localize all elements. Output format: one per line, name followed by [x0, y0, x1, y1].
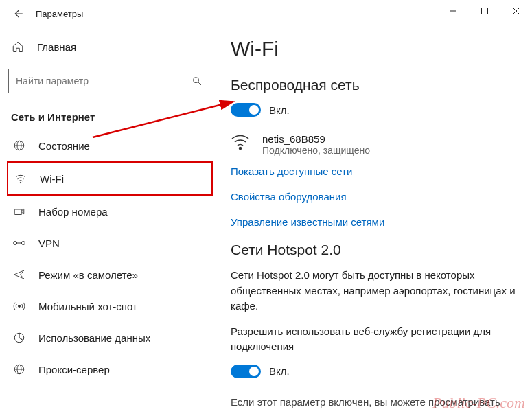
hotspot-section-title: Сети Hotspot 2.0 — [231, 242, 518, 258]
home-label: Главная — [37, 41, 76, 53]
sidebar-item-vpn[interactable]: VPN — [7, 227, 213, 259]
sidebar: Главная Сеть и Интернет Состояние Wi-Fi … — [0, 27, 220, 416]
sidebar-item-data-usage[interactable]: Использование данных — [7, 322, 213, 354]
link-known-networks[interactable]: Управление известными сетями — [231, 216, 518, 228]
maximize-button[interactable] — [469, 0, 500, 22]
hotspot-toggle[interactable] — [231, 365, 261, 378]
wifi-toggle[interactable] — [231, 103, 261, 117]
network-status: Подключено, защищено — [262, 145, 370, 156]
current-network[interactable]: netis_68B859 Подключено, защищено — [231, 133, 518, 156]
svg-point-9 — [20, 182, 21, 183]
sidebar-item-dialup[interactable]: Набор номера — [7, 196, 213, 227]
content-pane: Wi-Fi Беспроводная сеть Вкл. netis_68B85… — [220, 27, 532, 416]
svg-rect-1 — [482, 8, 488, 14]
proxy-icon — [12, 362, 26, 376]
data-usage-icon — [12, 331, 26, 345]
search-input[interactable] — [8, 69, 211, 93]
sidebar-item-label: Wi-Fi — [40, 173, 64, 185]
hotspot-description: Сети Hotspot 2.0 могут быть доступны в н… — [231, 268, 518, 314]
sidebar-item-label: Набор номера — [38, 206, 108, 218]
close-button[interactable] — [500, 0, 532, 22]
dialup-icon — [12, 205, 26, 218]
wireless-section-title: Беспроводная сеть — [231, 77, 518, 93]
sidebar-item-label: Использование данных — [38, 332, 150, 344]
link-show-networks[interactable]: Показать доступные сети — [231, 165, 518, 177]
svg-point-14 — [19, 305, 21, 308]
network-name: netis_68B859 — [262, 133, 370, 145]
hotspot-toggle-label: Вкл. — [269, 365, 290, 377]
sidebar-item-airplane[interactable]: Режим «в самолете» — [7, 259, 213, 290]
wifi-icon — [14, 172, 27, 185]
search-field[interactable] — [16, 76, 174, 86]
sidebar-item-label: Режим «в самолете» — [38, 269, 138, 281]
svg-point-12 — [21, 242, 25, 245]
sidebar-item-status[interactable]: Состояние — [7, 130, 213, 161]
minimize-button[interactable] — [437, 0, 469, 22]
window-title: Параметры — [36, 9, 83, 19]
link-hardware-properties[interactable]: Свойства оборудования — [231, 191, 518, 203]
sidebar-item-label: Мобильный хот-спот — [38, 301, 137, 312]
svg-rect-10 — [14, 209, 22, 215]
svg-point-4 — [194, 78, 199, 83]
sidebar-item-label: Прокси-сервер — [38, 364, 110, 375]
airplane-icon — [12, 268, 26, 281]
wifi-toggle-label: Вкл. — [269, 104, 290, 116]
globe-icon — [12, 139, 26, 152]
search-icon — [190, 74, 204, 88]
sidebar-item-label: Состояние — [38, 140, 90, 152]
sidebar-item-hotspot[interactable]: Мобильный хот-спот — [7, 290, 213, 322]
hotspot-icon — [12, 299, 26, 313]
home-icon — [11, 40, 25, 54]
wifi-signal-icon — [231, 133, 250, 150]
sidebar-section-title: Сеть и Интернет — [7, 96, 213, 130]
sidebar-item-proxy[interactable]: Прокси-сервер — [7, 354, 213, 385]
page-title: Wi-Fi — [231, 37, 518, 60]
svg-point-19 — [240, 148, 242, 150]
footer-text: Если этот параметр включен, вы можете пр… — [231, 395, 518, 411]
vpn-icon — [12, 236, 26, 250]
svg-line-5 — [198, 82, 201, 85]
sidebar-item-wifi[interactable]: Wi-Fi — [7, 161, 213, 196]
hotspot-permission-text: Разрешить использовать веб-службу регист… — [231, 324, 518, 355]
back-button[interactable] — [8, 4, 27, 23]
svg-point-11 — [14, 242, 17, 245]
sidebar-item-label: VPN — [38, 238, 60, 249]
home-nav[interactable]: Главная — [7, 33, 213, 60]
